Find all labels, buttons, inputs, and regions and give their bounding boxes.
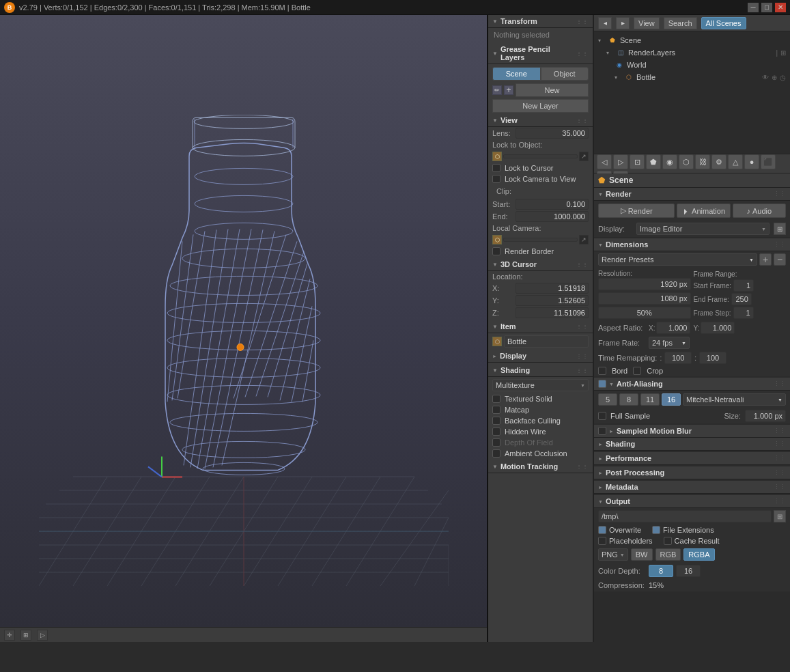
- file-extensions-check[interactable]: File Extensions: [652, 526, 714, 534]
- scene-toggle-btn[interactable]: Scene: [492, 67, 541, 81]
- render-icon[interactable]: ▷: [37, 630, 48, 641]
- render-presets-dropdown[interactable]: Render Presets: [598, 253, 757, 266]
- cursor-z-value[interactable]: 11.51096: [516, 307, 589, 318]
- matcap-checkbox[interactable]: [492, 406, 500, 414]
- close-button[interactable]: ✕: [775, 3, 786, 12]
- lock-obj-link-icon[interactable]: ↗: [579, 152, 589, 161]
- color-depth-16-field[interactable]: 16: [676, 565, 701, 577]
- frame-rate-dropdown[interactable]: 24 fps: [649, 337, 690, 349]
- item-header[interactable]: Item ⋮⋮: [488, 320, 593, 333]
- bottle-eye-icon[interactable]: 👁: [762, 74, 769, 81]
- lock-camera-checkbox[interactable]: [492, 175, 500, 183]
- all-scenes-dropdown[interactable]: All Scenes: [701, 17, 746, 29]
- clip-start-value[interactable]: 0.100: [516, 199, 589, 210]
- clip-end-value[interactable]: 1000.000: [516, 211, 589, 222]
- sampled-mb-checkbox[interactable]: [598, 427, 606, 435]
- ambient-occlusion-row[interactable]: Ambient Occlusion: [488, 448, 593, 459]
- data-icon-btn[interactable]: △: [728, 154, 743, 169]
- motion-tracking-header[interactable]: Motion Tracking ⋮⋮: [488, 460, 593, 473]
- lock-camera-to-view-row[interactable]: Lock Camera to View: [488, 173, 593, 184]
- cache-result-check[interactable]: Cache Result: [664, 537, 720, 545]
- arrow-left-btn[interactable]: ◂: [598, 17, 612, 29]
- color-depth-8-field[interactable]: 8: [649, 565, 673, 577]
- bottle-render-icon[interactable]: ◷: [780, 74, 786, 81]
- render-props-icon[interactable]: ▷: [613, 154, 628, 169]
- display-section-header[interactable]: Display ⋮⋮: [488, 350, 593, 363]
- aa-8-btn[interactable]: 8: [619, 393, 638, 406]
- placeholders-checkbox[interactable]: [598, 537, 606, 545]
- anti-aliasing-checkbox[interactable]: [598, 380, 606, 388]
- sampled-motion-blur-section[interactable]: Sampled Motion Blur ⋮⋮: [594, 425, 790, 438]
- tree-item-scene[interactable]: ▾ ⬟ Scene: [594, 34, 790, 46]
- backface-culling-row[interactable]: Backface Culling: [488, 415, 593, 426]
- cursor-y-value[interactable]: 1.52605: [516, 295, 589, 306]
- render-border-checkbox[interactable]: [492, 247, 500, 255]
- material-icon-btn[interactable]: ●: [744, 154, 759, 169]
- audio-button[interactable]: ♪ Audio: [733, 204, 786, 218]
- local-cam-field[interactable]: [503, 238, 578, 242]
- placeholders-check[interactable]: Placeholders: [598, 537, 653, 545]
- post-processing-section[interactable]: Post Processing ⋮⋮: [594, 466, 790, 479]
- aspect-y-field[interactable]: 1.000: [701, 322, 735, 334]
- tree-item-bottle[interactable]: ▾ ⬡ Bottle 👁 ⊕ ◷: [610, 71, 790, 83]
- textured-solid-row[interactable]: Textured Solid: [488, 393, 593, 404]
- res-y-field[interactable]: 1080 px: [598, 292, 691, 305]
- cursor-tool-icon[interactable]: ✛: [4, 630, 15, 641]
- backface-culling-checkbox[interactable]: [492, 417, 500, 425]
- frame-step-field[interactable]: 1: [733, 307, 754, 319]
- tree-item-renderlayers[interactable]: ▾ ◫ RenderLayers | ⊞: [602, 46, 790, 59]
- start-frame-field[interactable]: 1: [733, 279, 754, 292]
- lens-value[interactable]: 35.000: [516, 128, 589, 139]
- textured-solid-checkbox[interactable]: [492, 395, 500, 403]
- world-icon-btn[interactable]: ◉: [662, 154, 677, 169]
- depth-of-field-checkbox[interactable]: [492, 438, 500, 447]
- local-cam-link-icon[interactable]: ↗: [579, 235, 589, 244]
- transform-header[interactable]: Transform ⋮⋮: [488, 15, 593, 28]
- view-button[interactable]: View: [634, 17, 660, 29]
- anti-aliasing-header[interactable]: Anti-Aliasing ⋮⋮: [594, 378, 790, 391]
- render-border-row[interactable]: Render Border: [488, 246, 593, 257]
- bottle-cursor-icon[interactable]: ⊕: [772, 74, 777, 81]
- maximize-button[interactable]: □: [761, 3, 772, 12]
- add-preset-btn[interactable]: +: [759, 253, 772, 266]
- rgb-btn[interactable]: RGB: [655, 548, 681, 561]
- output-header[interactable]: Output ⋮⋮: [594, 495, 790, 508]
- renderlayers-action-icon[interactable]: |: [776, 49, 778, 57]
- cursor-3d-header[interactable]: 3D Cursor ⋮⋮: [488, 258, 593, 271]
- grease-pencil-header[interactable]: Grease Pencil Layers ⋮⋮: [488, 43, 593, 64]
- ambient-occlusion-checkbox[interactable]: [492, 449, 500, 458]
- res-x-field[interactable]: 1920 px: [598, 278, 691, 290]
- tree-item-world[interactable]: ◉ World: [610, 59, 790, 71]
- animation-button[interactable]: ⏵ Animation: [677, 204, 730, 218]
- search-button[interactable]: Search: [664, 17, 697, 29]
- time-new-field[interactable]: 100: [699, 352, 726, 364]
- scene-props-icon[interactable]: ◁: [597, 154, 612, 169]
- format-png-dropdown[interactable]: PNG ▼: [598, 548, 628, 561]
- constraints-icon-btn[interactable]: ⛓: [695, 154, 710, 169]
- remove-preset-btn[interactable]: −: [774, 253, 786, 266]
- full-sample-checkbox[interactable]: [598, 412, 606, 420]
- cache-result-checkbox[interactable]: [664, 537, 672, 545]
- multitexture-dropdown[interactable]: Multitexture: [492, 379, 589, 391]
- overwrite-checkbox[interactable]: [598, 526, 606, 534]
- item-name-field[interactable]: Bottle: [504, 335, 589, 348]
- hidden-wire-row[interactable]: Hidden Wire: [488, 426, 593, 437]
- output-browse-btn[interactable]: ⊞: [774, 510, 786, 522]
- new-button[interactable]: New: [516, 83, 589, 97]
- cursor-x-value[interactable]: 1.51918: [516, 283, 589, 294]
- shading-render-section[interactable]: Shading ⋮⋮: [594, 438, 790, 451]
- modifiers-icon-btn[interactable]: ⚙: [711, 154, 726, 169]
- time-old-field[interactable]: 100: [664, 352, 692, 364]
- scene-icon-btn[interactable]: ⬟: [646, 154, 661, 169]
- aa-16-btn[interactable]: 16: [662, 393, 681, 406]
- size-value-field[interactable]: 1.000 px: [745, 410, 786, 422]
- aa-filter-dropdown[interactable]: Mitchell-Netravali: [683, 393, 786, 406]
- aspect-x-field[interactable]: 1.000: [656, 322, 690, 334]
- render-header[interactable]: Render ⋮⋮: [594, 188, 790, 201]
- minimize-button[interactable]: ─: [748, 3, 759, 12]
- bw-btn[interactable]: BW: [631, 548, 653, 561]
- image-editor-dropdown[interactable]: Image Editor: [636, 223, 770, 235]
- bord-checkbox[interactable]: [598, 367, 606, 375]
- view-header[interactable]: View ⋮⋮: [488, 114, 593, 127]
- performance-section[interactable]: Performance ⋮⋮: [594, 452, 790, 465]
